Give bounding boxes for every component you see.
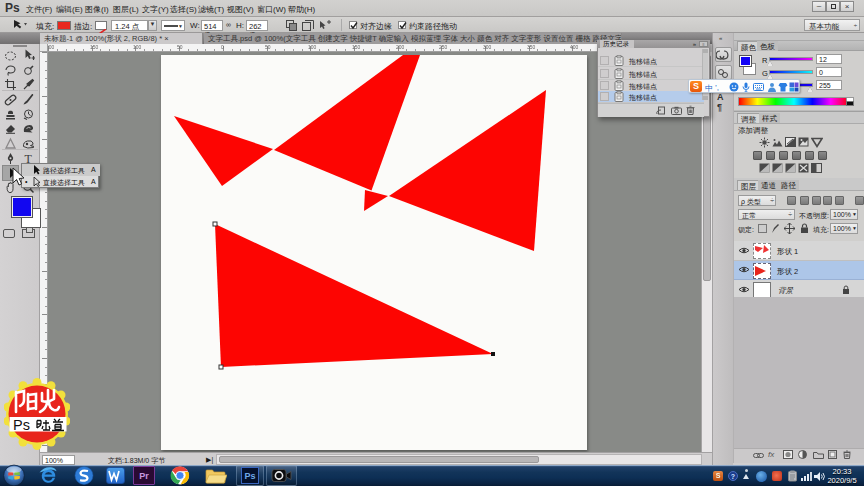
svg-text:Ps: Ps bbox=[13, 417, 30, 433]
